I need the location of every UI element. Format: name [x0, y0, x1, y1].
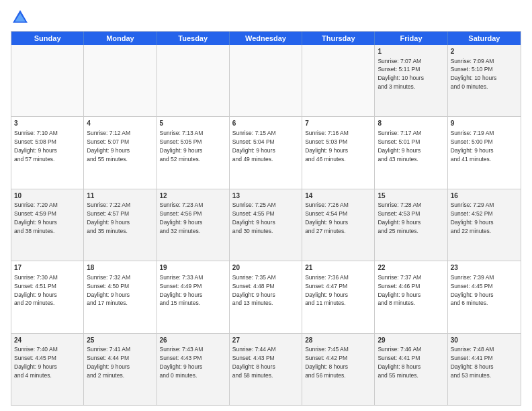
- calendar-row: 3Sunrise: 7:10 AMSunset: 5:08 PMDaylight…: [11, 116, 521, 188]
- day-cell-7: 7Sunrise: 7:16 AMSunset: 5:03 PMDaylight…: [302, 117, 375, 188]
- day-cell-18: 18Sunrise: 7:32 AMSunset: 4:50 PMDayligh…: [84, 261, 157, 332]
- day-number: 10: [14, 191, 81, 201]
- day-info: Sunrise: 7:10 AMSunset: 5:08 PMDaylight:…: [14, 130, 58, 163]
- day-number: 29: [378, 336, 444, 345]
- day-info: Sunrise: 7:29 AMSunset: 4:52 PMDaylight:…: [451, 201, 494, 234]
- calendar-row: 10Sunrise: 7:20 AMSunset: 4:59 PMDayligh…: [11, 189, 521, 261]
- day-number: 23: [451, 263, 518, 273]
- day-cell-20: 20Sunrise: 7:35 AMSunset: 4:48 PMDayligh…: [230, 261, 302, 332]
- day-number: 25: [87, 336, 153, 345]
- logo-icon: [11, 8, 30, 27]
- day-cell-12: 12Sunrise: 7:23 AMSunset: 4:56 PMDayligh…: [157, 189, 230, 261]
- day-cell-9: 9Sunrise: 7:19 AMSunset: 5:00 PMDaylight…: [448, 117, 521, 188]
- calendar-body: 1Sunrise: 7:07 AMSunset: 5:11 PMDaylight…: [11, 45, 521, 405]
- day-info: Sunrise: 7:41 AMSunset: 4:44 PMDaylight:…: [87, 346, 130, 379]
- day-info: Sunrise: 7:44 AMSunset: 4:43 PMDaylight:…: [232, 346, 276, 379]
- header-day-sunday: Sunday: [11, 32, 84, 45]
- day-number: 21: [305, 263, 371, 273]
- day-number: 4: [87, 119, 153, 128]
- day-number: 12: [160, 191, 226, 201]
- day-number: 6: [232, 119, 299, 128]
- day-cell-19: 19Sunrise: 7:33 AMSunset: 4:49 PMDayligh…: [157, 261, 230, 332]
- day-number: 2: [451, 47, 518, 56]
- day-cell-27: 27Sunrise: 7:44 AMSunset: 4:43 PMDayligh…: [230, 334, 302, 405]
- empty-cell: [11, 45, 84, 116]
- day-cell-10: 10Sunrise: 7:20 AMSunset: 4:59 PMDayligh…: [11, 189, 84, 261]
- day-cell-8: 8Sunrise: 7:17 AMSunset: 5:01 PMDaylight…: [375, 117, 447, 188]
- header: [11, 8, 521, 27]
- day-number: 20: [232, 263, 299, 273]
- day-info: Sunrise: 7:15 AMSunset: 5:04 PMDaylight:…: [232, 130, 276, 163]
- day-cell-5: 5Sunrise: 7:13 AMSunset: 5:05 PMDaylight…: [157, 117, 230, 188]
- day-cell-29: 29Sunrise: 7:46 AMSunset: 4:41 PMDayligh…: [375, 334, 447, 405]
- day-info: Sunrise: 7:23 AMSunset: 4:56 PMDaylight:…: [160, 201, 204, 234]
- calendar-header: SundayMondayTuesdayWednesdayThursdayFrid…: [11, 32, 521, 45]
- day-cell-14: 14Sunrise: 7:26 AMSunset: 4:54 PMDayligh…: [302, 189, 375, 261]
- day-cell-17: 17Sunrise: 7:30 AMSunset: 4:51 PMDayligh…: [11, 261, 84, 332]
- logo: [11, 8, 32, 27]
- calendar-row: 1Sunrise: 7:07 AMSunset: 5:11 PMDaylight…: [11, 45, 521, 116]
- header-day-wednesday: Wednesday: [230, 32, 302, 45]
- day-number: 30: [451, 336, 518, 345]
- header-day-monday: Monday: [84, 32, 157, 45]
- day-cell-26: 26Sunrise: 7:43 AMSunset: 4:43 PMDayligh…: [157, 334, 230, 405]
- header-day-friday: Friday: [375, 32, 447, 45]
- day-info: Sunrise: 7:20 AMSunset: 4:59 PMDaylight:…: [14, 201, 58, 234]
- day-cell-25: 25Sunrise: 7:41 AMSunset: 4:44 PMDayligh…: [84, 334, 157, 405]
- empty-cell: [84, 45, 157, 116]
- day-cell-28: 28Sunrise: 7:45 AMSunset: 4:42 PMDayligh…: [302, 334, 375, 405]
- day-cell-1: 1Sunrise: 7:07 AMSunset: 5:11 PMDaylight…: [375, 45, 447, 116]
- day-number: 15: [378, 191, 444, 201]
- day-cell-23: 23Sunrise: 7:39 AMSunset: 4:45 PMDayligh…: [448, 261, 521, 332]
- day-info: Sunrise: 7:17 AMSunset: 5:01 PMDaylight:…: [378, 130, 421, 163]
- day-number: 27: [232, 336, 299, 345]
- page: SundayMondayTuesdayWednesdayThursdayFrid…: [0, 0, 532, 411]
- day-cell-6: 6Sunrise: 7:15 AMSunset: 5:04 PMDaylight…: [230, 117, 302, 188]
- day-number: 19: [160, 263, 226, 273]
- day-number: 11: [87, 191, 153, 201]
- header-day-saturday: Saturday: [448, 32, 521, 45]
- day-info: Sunrise: 7:30 AMSunset: 4:51 PMDaylight:…: [14, 274, 58, 307]
- day-cell-24: 24Sunrise: 7:40 AMSunset: 4:45 PMDayligh…: [11, 334, 84, 405]
- day-info: Sunrise: 7:12 AMSunset: 5:07 PMDaylight:…: [87, 130, 130, 163]
- calendar-row: 17Sunrise: 7:30 AMSunset: 4:51 PMDayligh…: [11, 261, 521, 332]
- day-number: 5: [160, 119, 226, 128]
- day-number: 1: [378, 47, 444, 56]
- day-info: Sunrise: 7:46 AMSunset: 4:41 PMDaylight:…: [378, 346, 421, 379]
- day-number: 22: [378, 263, 444, 273]
- day-info: Sunrise: 7:32 AMSunset: 4:50 PMDaylight:…: [87, 274, 130, 307]
- day-info: Sunrise: 7:40 AMSunset: 4:45 PMDaylight:…: [14, 346, 58, 379]
- day-cell-21: 21Sunrise: 7:36 AMSunset: 4:47 PMDayligh…: [302, 261, 375, 332]
- day-info: Sunrise: 7:13 AMSunset: 5:05 PMDaylight:…: [160, 130, 204, 163]
- day-info: Sunrise: 7:25 AMSunset: 4:55 PMDaylight:…: [232, 201, 276, 234]
- day-cell-30: 30Sunrise: 7:48 AMSunset: 4:41 PMDayligh…: [448, 334, 521, 405]
- day-info: Sunrise: 7:19 AMSunset: 5:00 PMDaylight:…: [451, 130, 494, 163]
- day-number: 14: [305, 191, 371, 201]
- day-cell-4: 4Sunrise: 7:12 AMSunset: 5:07 PMDaylight…: [84, 117, 157, 188]
- calendar-row: 24Sunrise: 7:40 AMSunset: 4:45 PMDayligh…: [11, 333, 521, 405]
- day-info: Sunrise: 7:35 AMSunset: 4:48 PMDaylight:…: [232, 274, 276, 307]
- day-info: Sunrise: 7:22 AMSunset: 4:57 PMDaylight:…: [87, 201, 130, 234]
- day-number: 24: [14, 336, 81, 345]
- day-number: 7: [305, 119, 371, 128]
- day-cell-16: 16Sunrise: 7:29 AMSunset: 4:52 PMDayligh…: [448, 189, 521, 261]
- day-info: Sunrise: 7:37 AMSunset: 4:46 PMDaylight:…: [378, 274, 421, 307]
- day-number: 8: [378, 119, 444, 128]
- day-cell-11: 11Sunrise: 7:22 AMSunset: 4:57 PMDayligh…: [84, 189, 157, 261]
- header-day-thursday: Thursday: [302, 32, 375, 45]
- day-number: 3: [14, 119, 81, 128]
- day-info: Sunrise: 7:48 AMSunset: 4:41 PMDaylight:…: [451, 346, 494, 379]
- calendar: SundayMondayTuesdayWednesdayThursdayFrid…: [11, 31, 521, 406]
- day-number: 17: [14, 263, 81, 273]
- day-cell-22: 22Sunrise: 7:37 AMSunset: 4:46 PMDayligh…: [375, 261, 447, 332]
- day-cell-13: 13Sunrise: 7:25 AMSunset: 4:55 PMDayligh…: [230, 189, 302, 261]
- day-number: 26: [160, 336, 226, 345]
- day-number: 9: [451, 119, 518, 128]
- day-info: Sunrise: 7:43 AMSunset: 4:43 PMDaylight:…: [160, 346, 204, 379]
- day-cell-2: 2Sunrise: 7:09 AMSunset: 5:10 PMDaylight…: [448, 45, 521, 116]
- day-info: Sunrise: 7:16 AMSunset: 5:03 PMDaylight:…: [305, 130, 349, 163]
- day-cell-3: 3Sunrise: 7:10 AMSunset: 5:08 PMDaylight…: [11, 117, 84, 188]
- day-info: Sunrise: 7:39 AMSunset: 4:45 PMDaylight:…: [451, 274, 494, 307]
- empty-cell: [302, 45, 375, 116]
- day-info: Sunrise: 7:26 AMSunset: 4:54 PMDaylight:…: [305, 201, 349, 234]
